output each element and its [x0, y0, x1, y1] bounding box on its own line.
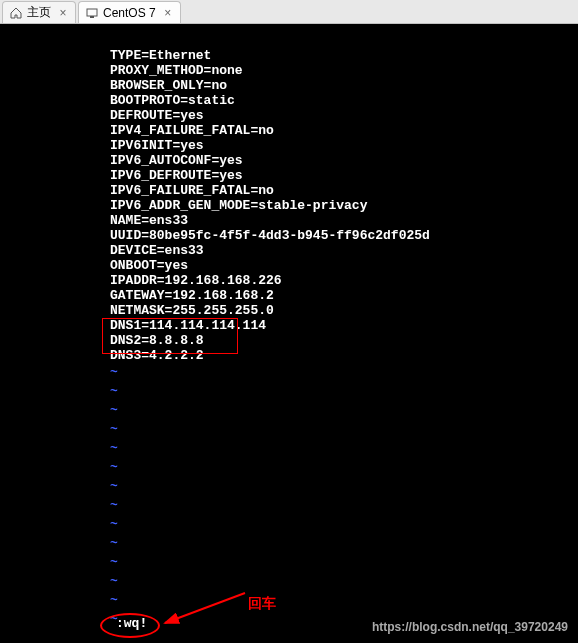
svg-rect-0	[87, 9, 97, 16]
vim-tilde: ~	[110, 496, 578, 515]
vim-tilde: ~	[110, 591, 578, 610]
close-icon[interactable]: ×	[162, 7, 174, 19]
vim-tilde: ~	[110, 572, 578, 591]
vim-tilde: ~	[110, 553, 578, 572]
vim-tilde: ~	[110, 420, 578, 439]
config-line: IPV6_FAILURE_FATAL=no	[110, 183, 578, 198]
vim-tilde: ~	[110, 363, 578, 382]
config-line: IPV6INIT=yes	[110, 138, 578, 153]
tab-label: 主页	[27, 4, 51, 21]
tab-centos[interactable]: CentOS 7 ×	[78, 1, 181, 23]
config-line: UUID=80be95fc-4f5f-4dd3-b945-ff96c2df025…	[110, 228, 578, 243]
config-line: TYPE=Ethernet	[110, 48, 578, 63]
config-line: IPV6_AUTOCONF=yes	[110, 153, 578, 168]
vim-tilde-lines: ~ ~ ~ ~ ~ ~ ~ ~ ~ ~ ~ ~ ~ ~	[0, 363, 578, 629]
config-line: BROWSER_ONLY=no	[110, 78, 578, 93]
config-line: NAME=ens33	[110, 213, 578, 228]
svg-rect-1	[90, 16, 94, 18]
tab-home[interactable]: 主页 ×	[2, 1, 76, 23]
annotation-label: 回车	[248, 596, 276, 611]
terminal-window[interactable]: TYPE=Ethernet PROXY_METHOD=none BROWSER_…	[0, 24, 578, 643]
config-line: DNS2=8.8.8.8	[110, 333, 578, 348]
vim-tilde: ~	[110, 477, 578, 496]
close-icon[interactable]: ×	[57, 7, 69, 19]
config-line: ONBOOT=yes	[110, 258, 578, 273]
vim-command-line[interactable]: :wq!	[116, 616, 147, 631]
config-line: PROXY_METHOD=none	[110, 63, 578, 78]
vim-tilde: ~	[110, 534, 578, 553]
tab-label: CentOS 7	[103, 6, 156, 20]
config-line: NETMASK=255.255.255.0	[110, 303, 578, 318]
config-line: GATEWAY=192.168.168.2	[110, 288, 578, 303]
config-line: IPV6_DEFROUTE=yes	[110, 168, 578, 183]
config-line: DNS1=114.114.114.114	[110, 318, 578, 333]
config-line: DEVICE=ens33	[110, 243, 578, 258]
config-line: DEFROUTE=yes	[110, 108, 578, 123]
vim-tilde: ~	[110, 401, 578, 420]
config-content: TYPE=Ethernet PROXY_METHOD=none BROWSER_…	[0, 48, 578, 363]
vim-tilde: ~	[110, 439, 578, 458]
tab-bar: 主页 × CentOS 7 ×	[0, 0, 578, 24]
config-line: DNS3=4.2.2.2	[110, 348, 578, 363]
watermark: https://blog.csdn.net/qq_39720249	[372, 620, 568, 635]
vm-icon	[85, 6, 99, 20]
vim-tilde: ~	[110, 515, 578, 534]
config-line: BOOTPROTO=static	[110, 93, 578, 108]
config-line: IPV6_ADDR_GEN_MODE=stable-privacy	[110, 198, 578, 213]
config-line: IPV4_FAILURE_FATAL=no	[110, 123, 578, 138]
home-icon	[9, 6, 23, 20]
vim-tilde: ~	[110, 382, 578, 401]
vim-tilde: ~	[110, 458, 578, 477]
config-line: IPADDR=192.168.168.226	[110, 273, 578, 288]
